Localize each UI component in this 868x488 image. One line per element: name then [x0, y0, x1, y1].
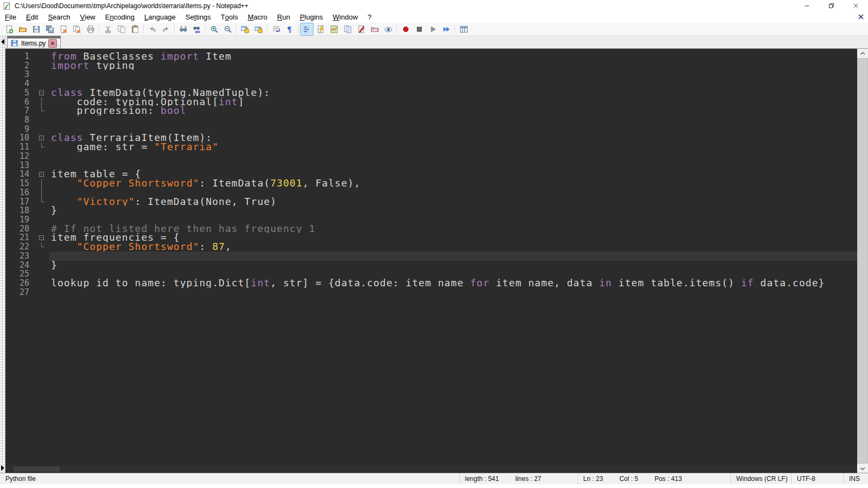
code-text[interactable]: progression: bool: [49, 106, 857, 115]
fold-margin-open[interactable]: -: [33, 133, 49, 143]
code-text[interactable]: [49, 125, 857, 134]
zoom-in-button[interactable]: [207, 23, 221, 36]
code-text[interactable]: "Victory": ItemData(None, True): [49, 197, 857, 207]
menu-?[interactable]: ?: [363, 11, 376, 23]
status-length-lines[interactable]: length : 541lines : 27: [459, 473, 577, 484]
line-number[interactable]: 12: [5, 152, 33, 161]
code-text[interactable]: game: str = "Terraria": [49, 143, 857, 152]
copy-button[interactable]: [114, 23, 128, 36]
line-number[interactable]: 22: [5, 242, 33, 252]
line-number[interactable]: 27: [5, 288, 33, 297]
dock-arrow-right-icon[interactable]: [1, 464, 5, 471]
line-number[interactable]: 21: [5, 233, 33, 242]
fold-collapse-icon[interactable]: -: [39, 172, 44, 177]
code-text[interactable]: [49, 115, 857, 125]
line-number[interactable]: 25: [5, 269, 33, 279]
menu-macro[interactable]: Macro: [243, 11, 272, 23]
editor[interactable]: 1from BaseClasses import Item2import typ…: [5, 49, 857, 473]
fold-margin-open[interactable]: -: [33, 88, 49, 98]
code-text[interactable]: [49, 161, 857, 170]
document-map-button[interactable]: [327, 23, 341, 36]
dock-arrow-left-icon[interactable]: [1, 38, 5, 44]
line-number[interactable]: 4: [5, 79, 33, 88]
function-list-button[interactable]: [314, 23, 327, 36]
line-number[interactable]: 2: [5, 61, 33, 70]
code-text[interactable]: }: [49, 206, 857, 215]
horizontal-scrollbar[interactable]: [5, 465, 857, 473]
line-number[interactable]: 3: [5, 70, 33, 79]
macro-run-multiple-button[interactable]: [439, 23, 453, 36]
folder-as-workspace-button[interactable]: [368, 23, 381, 36]
code-text[interactable]: code: typing.Optional[int]: [49, 98, 857, 107]
vertical-scrollbar-thumb[interactable]: [857, 58, 868, 464]
file-monitoring-button[interactable]: [381, 23, 395, 36]
fold-collapse-icon[interactable]: -: [39, 235, 44, 240]
menu-view[interactable]: View: [75, 11, 100, 23]
minimize-button[interactable]: [795, 0, 819, 11]
line-number[interactable]: 14: [5, 170, 33, 179]
fold-margin-open[interactable]: -: [33, 170, 49, 179]
tab-items-py[interactable]: Items.py: [7, 36, 61, 48]
word-wrap-button[interactable]: [269, 23, 283, 36]
code-text[interactable]: class TerrariaItem(Item):: [49, 133, 857, 143]
save-file-button[interactable]: [29, 23, 43, 36]
horizontal-scrollbar-thumb[interactable]: [14, 466, 60, 472]
code-text[interactable]: class ItemData(typing.NamedTuple):: [49, 88, 857, 98]
line-number[interactable]: 26: [5, 279, 33, 288]
menu-encoding[interactable]: Encoding: [100, 11, 139, 23]
menu-window[interactable]: Window: [328, 11, 362, 23]
status-insert-mode[interactable]: INS: [843, 473, 868, 484]
redo-button[interactable]: [159, 23, 173, 36]
status-encoding[interactable]: UTF-8: [791, 473, 843, 484]
line-number[interactable]: 10: [5, 133, 33, 143]
save-all-button[interactable]: [43, 23, 56, 36]
code-text[interactable]: [49, 152, 857, 161]
paste-button[interactable]: [128, 23, 142, 36]
menu-edit[interactable]: Edit: [21, 11, 43, 23]
code-text[interactable]: [49, 252, 857, 261]
macro-record-button[interactable]: [399, 23, 412, 36]
function-panel-button[interactable]: [354, 23, 368, 36]
print-button[interactable]: [84, 23, 97, 36]
scroll-down-icon[interactable]: [857, 464, 868, 473]
status-doc-type[interactable]: Python file: [0, 473, 459, 484]
code-text[interactable]: }: [49, 261, 857, 270]
close-all-button[interactable]: [70, 23, 84, 36]
code-text[interactable]: # If not listed here then has frequency …: [49, 224, 857, 234]
code-text[interactable]: lookup_id_to_name: typing.Dict[int, str]…: [49, 279, 857, 288]
line-number[interactable]: 6: [5, 98, 33, 107]
code-text[interactable]: [49, 288, 857, 297]
line-number[interactable]: 9: [5, 125, 33, 134]
show-indent-guide-button[interactable]: [300, 23, 314, 36]
line-number[interactable]: 16: [5, 188, 33, 197]
line-number[interactable]: 19: [5, 215, 33, 224]
close-button[interactable]: [844, 0, 868, 11]
menu-tools[interactable]: Tools: [216, 11, 243, 23]
menu-settings[interactable]: Settings: [181, 11, 216, 23]
undo-button[interactable]: [145, 23, 159, 36]
code-text[interactable]: item_frequencies = {: [49, 233, 857, 242]
code-text[interactable]: [49, 188, 857, 197]
sync-vertical-scroll-button[interactable]: [238, 23, 252, 36]
line-number[interactable]: 11: [5, 143, 33, 152]
menu-plugins[interactable]: Plugins: [295, 11, 328, 23]
line-number[interactable]: 17: [5, 197, 33, 207]
menu-run[interactable]: Run: [272, 11, 295, 23]
macro-playback-button[interactable]: [426, 23, 439, 36]
find-button[interactable]: [176, 23, 190, 36]
document-switcher-button[interactable]: [457, 23, 470, 36]
code-text[interactable]: item_table = {: [49, 170, 857, 179]
line-number[interactable]: 15: [5, 179, 33, 188]
line-number[interactable]: 13: [5, 161, 33, 170]
line-number[interactable]: 5: [5, 88, 33, 98]
line-number[interactable]: 7: [5, 106, 33, 115]
code-text[interactable]: from BaseClasses import Item: [49, 52, 857, 61]
document-close-icon[interactable]: [857, 12, 865, 21]
status-cursor-position[interactable]: Ln : 23Col : 5Pos : 413: [577, 473, 730, 484]
line-number[interactable]: 23: [5, 252, 33, 261]
fold-collapse-icon[interactable]: -: [39, 91, 44, 95]
code-text[interactable]: [49, 79, 857, 88]
code-text[interactable]: [49, 215, 857, 224]
line-number[interactable]: 8: [5, 115, 33, 125]
cut-button[interactable]: [101, 23, 114, 36]
